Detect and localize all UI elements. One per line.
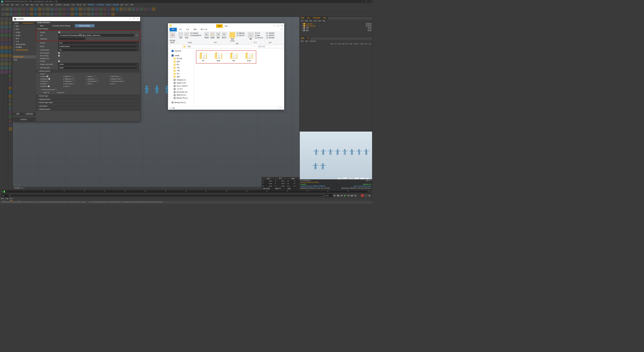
nav-item[interactable]: 音乐 <box>168 72 194 75</box>
subtab[interactable]: Render Passes <box>75 24 95 27</box>
record-button[interactable]: ● <box>361 194 364 197</box>
renderer-dropdown[interactable]: Octane Renderer <box>20 22 35 25</box>
tool-button[interactable] <box>70 12 74 16</box>
tool-button[interactable] <box>62 7 66 11</box>
tool-button[interactable] <box>9 17 12 21</box>
multilayer-checkbox[interactable] <box>58 58 60 59</box>
folders-checkbox[interactable] <box>58 60 60 62</box>
end-frame-field[interactable] <box>325 194 332 197</box>
folder-item[interactable]: EXRRef <box>228 52 239 62</box>
tool-button[interactable] <box>74 7 78 11</box>
menu-Octane[interactable]: Octane <box>106 4 111 6</box>
tool-button[interactable] <box>127 7 131 11</box>
obj-menu-item[interactable]: 查看 <box>309 20 312 22</box>
tool-button[interactable] <box>9 127 12 131</box>
folder-item[interactable]: EXRMain <box>213 52 224 62</box>
delete-icon[interactable]: ✕ <box>216 32 220 37</box>
tool-button[interactable] <box>46 12 50 16</box>
tool-button[interactable] <box>152 7 155 11</box>
tool-button[interactable] <box>103 7 107 11</box>
tool-button[interactable] <box>17 7 21 11</box>
tool-button[interactable] <box>17 12 21 16</box>
back-button[interactable]: ← <box>169 45 173 48</box>
tool-button[interactable] <box>13 7 17 11</box>
nav-item[interactable]: 此电脑 <box>168 54 194 57</box>
explorer-tab[interactable]: 图片工具 <box>199 28 209 31</box>
tool-button[interactable] <box>4 41 8 45</box>
tool-button[interactable] <box>107 12 111 16</box>
shadows-checkbox[interactable] <box>48 85 50 87</box>
tool-button[interactable] <box>9 41 12 45</box>
tool-button[interactable] <box>136 7 139 11</box>
tool-button[interactable] <box>9 115 12 119</box>
tool-button[interactable] <box>0 54 4 58</box>
sidebar-item[interactable]: 多通道 <box>13 31 36 34</box>
nav-item[interactable]: OneDrive <box>168 50 194 53</box>
expander[interactable]: Render layer <box>36 95 140 98</box>
tool-button[interactable] <box>9 62 12 66</box>
tool-button[interactable] <box>0 46 4 49</box>
nav-item[interactable]: Backup Plus (I:) <box>168 101 194 104</box>
tool-button[interactable] <box>58 7 62 11</box>
obj-tab[interactable]: 内容浏览器 <box>312 17 322 20</box>
menu-运动跟踪[interactable]: 运动跟踪 <box>63 4 70 6</box>
menu-模拟[interactable]: 模拟 <box>41 4 44 6</box>
explorer-titlebar[interactable]: 管理 渲染 — ☐ ✕ <box>168 23 284 28</box>
tool-button[interactable] <box>0 21 4 25</box>
tool-button[interactable] <box>13 12 17 16</box>
tool-button[interactable] <box>22 12 25 16</box>
enable-checkbox[interactable] <box>58 31 60 33</box>
menu-脚本[interactable]: 脚本 <box>120 4 124 6</box>
folder-item[interactable]: EXRDif <box>198 52 209 62</box>
tool-button[interactable] <box>95 7 99 11</box>
tool-button[interactable] <box>66 7 70 11</box>
tool-button[interactable] <box>9 46 12 49</box>
nav-item[interactable]: Backup Plus (I:) <box>168 97 194 100</box>
menu-Redshift[interactable]: Redshift <box>113 4 118 6</box>
explorer-close-button[interactable]: ✕ <box>281 24 283 27</box>
tool-button[interactable] <box>9 103 12 106</box>
sidebar-item[interactable]: 立体 <box>13 40 36 43</box>
sidebar-item[interactable]: Octane Renderer <box>13 49 36 51</box>
up-button[interactable]: ↑ <box>178 45 181 48</box>
color-profile-dropdown[interactable]: Linear <box>58 63 139 66</box>
select-all-button[interactable]: Select All <box>40 91 52 94</box>
tool-button[interactable] <box>5 7 9 11</box>
render-settings-button[interactable]: 渲染设置... <box>13 118 36 121</box>
tool-button[interactable] <box>4 62 8 66</box>
tool-button[interactable] <box>66 12 70 16</box>
reflection-checkbox[interactable] <box>49 78 50 79</box>
tool-button[interactable] <box>9 33 12 37</box>
nav-item[interactable]: 娱乐及缓存 (G:) <box>168 91 194 94</box>
explorer-maximize-button[interactable]: ☐ <box>277 24 279 27</box>
menu-创建[interactable]: 创建 <box>11 4 14 6</box>
obj-menu-item[interactable]: 对象 <box>314 20 317 22</box>
dialog-minimize-button[interactable]: — <box>129 18 131 20</box>
menu-运动图形[interactable]: 运动图形 <box>55 4 62 6</box>
tool-button[interactable] <box>123 7 127 11</box>
nav-item[interactable]: 工作 (F:) <box>168 87 194 91</box>
tool-button[interactable] <box>9 54 12 58</box>
tool-button[interactable] <box>62 12 66 16</box>
menu-编辑[interactable]: 编辑 <box>6 4 9 6</box>
object-item[interactable]: ▸RS Dome Light <box>300 25 372 27</box>
tool-button[interactable] <box>4 29 8 33</box>
autokey-button[interactable]: ○ <box>364 194 367 197</box>
tool-button[interactable] <box>132 7 135 11</box>
tool-button[interactable] <box>9 82 12 86</box>
tool-button[interactable] <box>9 70 12 74</box>
tool-button[interactable] <box>30 7 33 11</box>
view-details-button[interactable] <box>278 107 280 109</box>
goto-start-button[interactable]: ⏮ <box>333 194 336 197</box>
paste-icon[interactable]: 📋 <box>184 32 189 37</box>
tool-button[interactable] <box>0 29 4 33</box>
tool-button[interactable] <box>0 66 4 70</box>
effects-button[interactable]: 效果... <box>13 113 24 115</box>
tool-button[interactable] <box>95 12 99 16</box>
tool-button[interactable] <box>0 17 4 21</box>
nav-item[interactable]: 下载 <box>168 69 194 72</box>
expander[interactable]: Material passes <box>36 108 140 111</box>
tool-button[interactable] <box>115 7 119 11</box>
tool-button[interactable] <box>87 7 90 11</box>
file-browse-button[interactable]: … <box>135 34 138 36</box>
